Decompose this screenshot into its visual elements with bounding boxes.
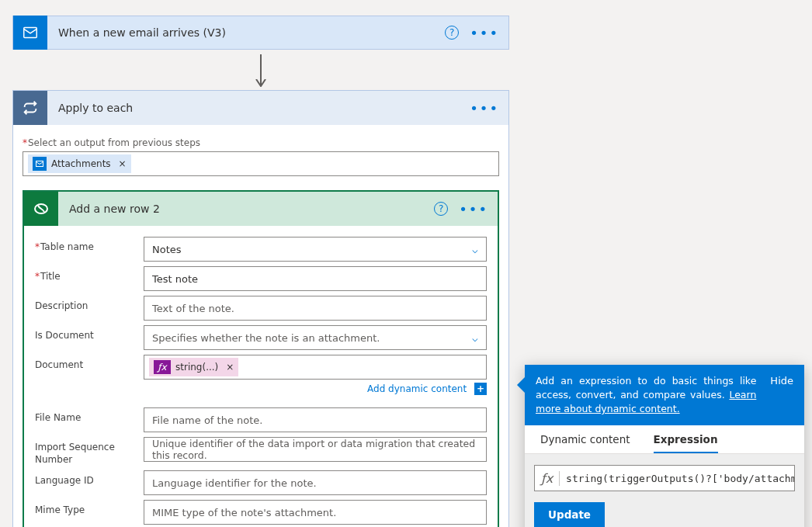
hide-link[interactable]: Hide bbox=[770, 374, 793, 416]
description-placeholder: Text of the note. bbox=[152, 303, 234, 314]
filename-label: File Name bbox=[35, 407, 144, 425]
description-input[interactable]: Text of the note. bbox=[144, 296, 487, 321]
document-input[interactable]: ƒx string(...) × bbox=[144, 355, 487, 380]
isdoc-placeholder: Specifies whether the note is an attachm… bbox=[152, 332, 380, 344]
token-label: Attachments bbox=[51, 158, 111, 169]
mimetype-placeholder: MIME type of the note's attachment. bbox=[152, 507, 336, 518]
document-label: Document bbox=[35, 355, 144, 372]
trigger-title: When a new email arrives (V3) bbox=[47, 26, 445, 39]
table-name-label: Table name bbox=[35, 237, 144, 254]
expression-text: string(triggerOutputs()?['body/attachmen… bbox=[566, 473, 794, 484]
add-row-card: Add a new row 2 ? ••• Table name Notes ⌵ bbox=[23, 190, 499, 527]
importseq-placeholder: Unique identifier of the data import or … bbox=[152, 438, 478, 461]
token-remove-icon[interactable]: × bbox=[223, 362, 234, 373]
langid-label: Language ID bbox=[35, 470, 144, 487]
title-input[interactable]: Test note bbox=[144, 266, 487, 291]
langid-placeholder: Language identifier for the note. bbox=[152, 477, 317, 489]
outlook-icon bbox=[13, 16, 47, 50]
add-dynamic-content-link[interactable]: Add dynamic content bbox=[367, 383, 467, 394]
outlook-mini-icon bbox=[33, 157, 47, 171]
importseq-label: Import Sequence Number bbox=[35, 437, 144, 466]
mimetype-input[interactable]: MIME type of the note's attachment. bbox=[144, 500, 487, 525]
filename-input[interactable]: File name of the note. bbox=[144, 407, 487, 432]
expression-token[interactable]: ƒx string(...) × bbox=[149, 358, 238, 376]
more-menu-icon[interactable]: ••• bbox=[470, 25, 499, 41]
flyout-banner-text: Add an expression to do basic things lik… bbox=[536, 375, 756, 400]
svg-rect-0 bbox=[24, 28, 37, 38]
add-row-header[interactable]: Add a new row 2 ? ••• bbox=[24, 192, 498, 226]
isdoc-label: Is Document bbox=[35, 325, 144, 342]
help-icon[interactable]: ? bbox=[434, 202, 448, 216]
tab-dynamic-content[interactable]: Dynamic content bbox=[540, 433, 630, 453]
flow-arrow bbox=[12, 50, 509, 90]
table-name-value: Notes bbox=[152, 244, 182, 255]
help-icon[interactable]: ? bbox=[445, 26, 459, 40]
description-label: Description bbox=[35, 296, 144, 313]
add-row-title: Add a new row 2 bbox=[58, 203, 434, 215]
more-menu-icon[interactable]: ••• bbox=[470, 100, 499, 116]
langid-input[interactable]: Language identifier for the note. bbox=[144, 470, 487, 495]
filename-placeholder: File name of the note. bbox=[152, 414, 262, 426]
fx-icon: ƒx bbox=[540, 471, 560, 486]
importseq-input[interactable]: Unique identifier of the data import or … bbox=[144, 437, 487, 462]
add-dynamic-content-toggle[interactable]: + bbox=[474, 383, 487, 395]
trigger-card[interactable]: When a new email arrives (V3) ? ••• bbox=[12, 16, 509, 50]
loop-icon bbox=[13, 91, 47, 125]
chevron-down-icon: ⌵ bbox=[472, 332, 478, 344]
apply-to-each-card: Apply to each ••• Select an output from … bbox=[12, 90, 509, 527]
isdoc-select[interactable]: Specifies whether the note is an attachm… bbox=[144, 325, 487, 350]
table-name-select[interactable]: Notes ⌵ bbox=[144, 237, 487, 262]
expression-flyout: Add an expression to do basic things lik… bbox=[525, 365, 804, 527]
flyout-caret bbox=[517, 377, 525, 393]
apply-header[interactable]: Apply to each ••• bbox=[13, 91, 508, 125]
mimetype-label: Mime Type bbox=[35, 500, 144, 517]
apply-title: Apply to each bbox=[47, 102, 470, 114]
token-remove-icon[interactable]: × bbox=[116, 158, 127, 169]
expression-token-label: string(...) bbox=[175, 362, 218, 373]
flyout-banner: Add an expression to do basic things lik… bbox=[525, 365, 804, 425]
select-output-label: Select an output from previous steps bbox=[23, 137, 499, 148]
dataverse-icon bbox=[24, 192, 58, 226]
select-output-input[interactable]: Attachments × bbox=[23, 151, 499, 176]
chevron-down-icon: ⌵ bbox=[472, 244, 478, 255]
title-label: Title bbox=[35, 266, 144, 283]
more-menu-icon[interactable]: ••• bbox=[459, 201, 488, 217]
fx-icon: ƒx bbox=[154, 360, 171, 374]
attachments-token[interactable]: Attachments × bbox=[28, 154, 131, 173]
tab-expression[interactable]: Expression bbox=[654, 433, 718, 453]
title-value: Test note bbox=[152, 273, 198, 285]
expression-input[interactable]: ƒx string(triggerOutputs()?['body/attach… bbox=[534, 465, 795, 491]
update-button[interactable]: Update bbox=[534, 502, 605, 527]
